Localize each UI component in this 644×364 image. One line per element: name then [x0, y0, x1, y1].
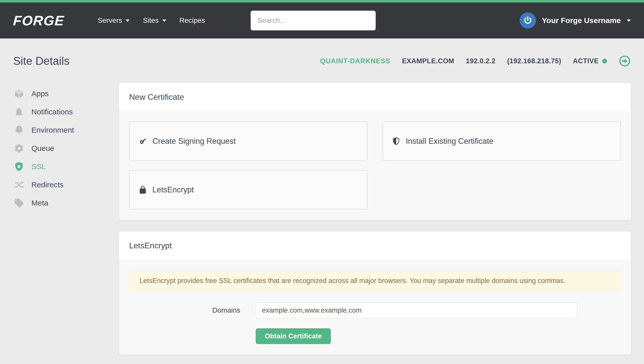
bell-icon [13, 106, 25, 118]
arrow-right-circle-icon[interactable] [619, 55, 631, 67]
sidebar-item-label: Notifications [31, 108, 73, 116]
obtain-certificate-button[interactable]: Obtain Certificate [256, 328, 331, 344]
sidebar-item-label: Apps [31, 89, 49, 98]
tile-label: LetsEncrypt [152, 185, 194, 194]
sidebar-item-meta[interactable]: Meta [13, 194, 119, 212]
status-dot-icon [602, 59, 607, 64]
site-ip: 192.0.2.2 [466, 57, 495, 65]
page-title: Site Details [13, 55, 70, 67]
sidebar-item-redirects[interactable]: Redirects [13, 176, 119, 194]
letsencrypt-body: LetsEncrypt provides free SSL certificat… [119, 259, 631, 355]
tile-label: Install Existing Certificate [406, 137, 493, 146]
new-certificate-card: New Certificate Create Signing Request I… [119, 83, 631, 220]
server-name: QUAINT-DARKNESS [320, 57, 390, 65]
sidebar-item-label: Redirects [31, 180, 64, 189]
page-header: Site Details QUAINT-DARKNESS EXAMPLE.COM… [13, 38, 631, 69]
tree-icon [13, 124, 25, 136]
content-column: New Certificate Create Signing Request I… [119, 83, 631, 355]
sidebar-item-label: SSL [31, 162, 46, 171]
shield-half-icon [392, 137, 401, 146]
sidebar-item-label: Queue [31, 144, 54, 153]
tile-label: Create Signing Request [152, 137, 236, 146]
nav-item-servers[interactable]: Servers [98, 16, 130, 25]
nav-item-recipes[interactable]: Recipes [179, 16, 205, 25]
sidebar-item-environment[interactable]: Environment [13, 121, 119, 139]
create-signing-request-button[interactable]: Create Signing Request [129, 122, 367, 161]
card-title: LetsEncrypt [119, 232, 631, 259]
shield-star-icon [13, 161, 25, 172]
sidebar-item-apps[interactable]: Apps [13, 85, 119, 103]
sidebar-item-notifications[interactable]: Notifications [13, 103, 119, 121]
nav-item-label: Sites [143, 16, 158, 25]
main-content: Site Details QUAINT-DARKNESS EXAMPLE.COM… [0, 38, 644, 355]
power-avatar-icon [520, 12, 536, 29]
install-existing-certificate-button[interactable]: Install Existing Certificate [383, 122, 621, 161]
status-label: ACTIVE [573, 57, 599, 65]
brand-accent-bar [0, 0, 644, 3]
sidebar-item-label: Meta [31, 199, 48, 207]
nav-item-label: Servers [98, 16, 122, 25]
sidebar-item-ssl[interactable]: SSL [13, 157, 119, 176]
gear-icon [13, 143, 25, 154]
key-icon [138, 137, 147, 146]
chevron-down-icon [627, 19, 631, 22]
forge-logo[interactable]: FORGE [13, 13, 65, 28]
chevron-down-icon [126, 19, 130, 22]
top-navbar: FORGE Servers Sites Recipes Your Forge U… [0, 3, 644, 38]
main-nav: Servers Sites Recipes [98, 16, 205, 25]
domains-input[interactable] [256, 302, 577, 318]
domains-form-row: Domains [129, 302, 621, 318]
user-menu[interactable]: Your Forge Username [520, 12, 631, 29]
nav-item-sites[interactable]: Sites [143, 16, 166, 25]
letsencrypt-card: LetsEncrypt LetsEncrypt provides free SS… [119, 232, 631, 355]
sidebar-item-label: Environment [31, 126, 74, 134]
lock-icon [138, 185, 147, 194]
sidebar: Apps Notifications Environment Queue SSL… [13, 83, 119, 355]
search-input[interactable] [251, 11, 376, 30]
tag-icon [13, 197, 25, 209]
chevron-down-icon [162, 19, 166, 22]
new-certificate-body: Create Signing Request Install Existing … [119, 111, 631, 220]
username: Your Forge Username [542, 16, 621, 25]
site-private-ip: (192.168.218.75) [507, 57, 561, 65]
letsencrypt-button[interactable]: LetsEncrypt [129, 170, 367, 209]
cube-icon [13, 88, 25, 99]
shuffle-icon [13, 179, 25, 191]
card-title: New Certificate [119, 83, 631, 111]
nav-item-label: Recipes [179, 16, 205, 25]
site-domain: EXAMPLE.COM [402, 57, 454, 65]
domains-label: Domains [129, 306, 256, 314]
status-badge: ACTIVE [573, 57, 607, 65]
info-alert: LetsEncrypt provides free SSL certificat… [129, 270, 621, 291]
site-meta-bar: QUAINT-DARKNESS EXAMPLE.COM 192.0.2.2 (1… [320, 55, 631, 67]
sidebar-item-queue[interactable]: Queue [13, 139, 119, 157]
